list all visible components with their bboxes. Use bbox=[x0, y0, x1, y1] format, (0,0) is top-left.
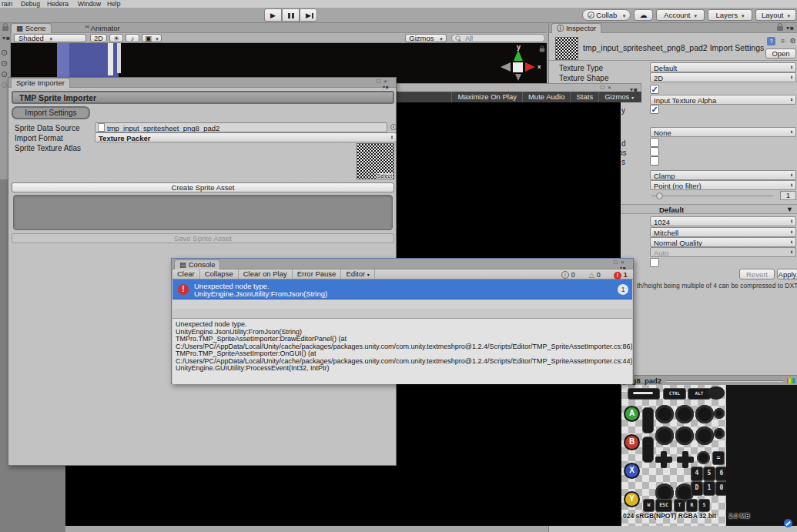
mipmap-checkbox[interactable] bbox=[650, 147, 659, 156]
sprite-data-source-field[interactable]: tmp_input_spritesheet_png8_pad2 bbox=[95, 122, 387, 132]
streaming-checkbox[interactable] bbox=[650, 156, 659, 166]
info-count: 0 bbox=[571, 271, 575, 279]
inspector-lock-icon[interactable] bbox=[777, 26, 783, 31]
eye-icon[interactable]: ⊙ bbox=[1, 69, 8, 79]
platform-download-icon[interactable]: ▼ bbox=[786, 206, 793, 213]
open-button[interactable]: Open bbox=[765, 49, 796, 59]
lighting-toggle[interactable]: ☀ bbox=[109, 34, 123, 42]
menu-item-window[interactable]: Window bbox=[78, 0, 101, 8]
help-icon[interactable]: ? bbox=[767, 37, 775, 45]
axis-neg-cone[interactable] bbox=[501, 62, 511, 72]
console-log-row[interactable] bbox=[172, 299, 632, 309]
error-count-toggle[interactable]: ! 1 bbox=[614, 270, 628, 279]
collab-dropdown[interactable]: ✓ Collab bbox=[582, 9, 631, 21]
shaded-dropdown[interactable]: Shaded bbox=[14, 34, 86, 42]
axis-y-cone[interactable] bbox=[514, 50, 523, 61]
texture-thumbnail[interactable] bbox=[555, 37, 578, 60]
revert-button[interactable]: Revert bbox=[739, 269, 775, 279]
texture-type-dropdown[interactable]: Default bbox=[650, 62, 796, 72]
tmp-sprite-importer-title: TMP Sprite Importer bbox=[19, 93, 96, 102]
format-dropdown[interactable]: Auto bbox=[650, 247, 796, 257]
gizmo-lock-icon[interactable] bbox=[540, 49, 544, 52]
import-settings-button[interactable]: Import Settings bbox=[12, 106, 90, 119]
menu-item-hedera[interactable]: Hedera bbox=[47, 0, 69, 8]
compression-dropdown[interactable]: Normal Quality bbox=[650, 237, 796, 247]
gizmo-center[interactable] bbox=[513, 62, 523, 72]
step-bar bbox=[312, 13, 313, 18]
console-log-row[interactable] bbox=[172, 309, 632, 318]
object-picker-icon[interactable] bbox=[390, 124, 397, 130]
alpha-source-dropdown[interactable]: Input Texture Alpha bbox=[650, 95, 796, 105]
sprite-importer-dock-icon[interactable]: ▾■ bbox=[383, 84, 390, 90]
menu-item[interactable]: rain bbox=[2, 0, 12, 8]
mute-audio-button[interactable]: Mute Audio bbox=[522, 92, 571, 102]
scene-search-input[interactable]: All bbox=[451, 34, 545, 42]
tab-scene[interactable]: ▦ Scene bbox=[11, 23, 52, 33]
tab-inspector[interactable]: ⓘ Inspector bbox=[551, 23, 601, 33]
wrap-mode-dropdown[interactable]: Clamp bbox=[650, 170, 796, 180]
eye-icon[interactable]: ⊙ bbox=[1, 59, 8, 69]
texture-shape-dropdown[interactable]: 2D bbox=[650, 72, 796, 82]
orientation-gizmo[interactable]: y x bbox=[494, 43, 545, 85]
info-count-toggle[interactable]: ! 0 bbox=[561, 270, 575, 279]
gear-icon[interactable]: ⚙ bbox=[789, 37, 797, 45]
lock-icon[interactable] bbox=[2, 26, 8, 31]
maximize-on-play-button[interactable]: Maximize On Play bbox=[451, 92, 522, 102]
eye-icon[interactable]: ⊙ bbox=[1, 48, 8, 58]
resize-algorithm-dropdown[interactable]: Mitchell bbox=[650, 227, 796, 237]
tab-console[interactable]: ▤ Console bbox=[174, 259, 220, 269]
tab-animator[interactable]: °° Animator bbox=[85, 24, 120, 32]
crunch-checkbox[interactable] bbox=[650, 258, 659, 267]
game-window-controls[interactable]: □ × bbox=[601, 85, 612, 91]
cloud-button[interactable]: ☁ bbox=[634, 9, 653, 21]
rail-menu-icon[interactable]: ▾■ bbox=[2, 35, 11, 42]
audio-toggle[interactable]: ♪ bbox=[126, 34, 139, 42]
warning-count-toggle[interactable]: △ 0 bbox=[589, 270, 601, 279]
eye-disabled-icon[interactable]: ⊙ bbox=[1, 80, 8, 90]
step-button[interactable]: ▶ bbox=[300, 8, 317, 22]
srgb-checkbox[interactable] bbox=[650, 85, 659, 94]
game-gizmos-dropdown[interactable]: Gizmos ▾ bbox=[598, 92, 639, 102]
pause-button[interactable] bbox=[282, 8, 300, 22]
account-dropdown[interactable]: Account bbox=[656, 9, 705, 21]
alpha-transparency-checkbox[interactable] bbox=[650, 105, 659, 114]
layout-dropdown[interactable]: Layout bbox=[755, 9, 796, 21]
preview-colorspace-icon[interactable] bbox=[787, 378, 795, 383]
error-pause-button[interactable]: Error Pause bbox=[293, 269, 342, 279]
console-detail-pane[interactable]: Unexpected node type. UnityEngine.JsonUt… bbox=[172, 318, 632, 384]
save-sprite-asset-button[interactable]: Save Sprite Asset bbox=[12, 233, 394, 243]
aniso-slider-knob[interactable] bbox=[656, 192, 663, 199]
apply-button[interactable]: Apply bbox=[777, 269, 797, 279]
filter-mode-dropdown[interactable]: Point (no filter) bbox=[650, 180, 796, 190]
layers-dropdown[interactable]: Layers bbox=[708, 9, 752, 21]
aniso-slider[interactable] bbox=[651, 196, 773, 196]
presets-icon[interactable]: ≡ bbox=[779, 37, 787, 45]
import-format-dropdown[interactable]: Texture Packer bbox=[95, 132, 397, 142]
aniso-value-field[interactable]: 1 bbox=[780, 191, 796, 200]
max-size-dropdown[interactable]: 1024 bbox=[650, 216, 796, 226]
npot-dropdown[interactable]: None bbox=[650, 127, 796, 137]
console-log-entry-selected[interactable]: ! Unexpected node type. UnityEngine.Json… bbox=[172, 279, 632, 299]
gizmos-dropdown[interactable]: Gizmos bbox=[405, 34, 447, 42]
2d-toggle[interactable]: 2D bbox=[90, 34, 107, 42]
axis-down-cone[interactable] bbox=[515, 74, 521, 81]
atlas-select-label[interactable]: Select bbox=[377, 173, 393, 179]
editor-dropdown[interactable]: Editor ▾ bbox=[341, 269, 374, 279]
play-button[interactable]: ▶ bbox=[264, 8, 282, 22]
collab-label: Collab bbox=[596, 11, 617, 19]
stats-button[interactable]: Stats bbox=[570, 92, 598, 102]
menu-item-debug[interactable]: Debug bbox=[21, 0, 40, 8]
create-sprite-asset-button[interactable]: Create Sprite Asset bbox=[12, 182, 394, 192]
clear-on-play-button[interactable]: Clear on Play bbox=[239, 269, 293, 279]
collapse-button[interactable]: Collapse bbox=[200, 269, 239, 279]
axis-x-cone[interactable] bbox=[525, 62, 535, 72]
platform-tab-default[interactable]: Default bbox=[659, 206, 684, 214]
clear-button[interactable]: Clear bbox=[172, 269, 200, 279]
effects-dropdown[interactable]: ▣ bbox=[142, 34, 162, 42]
tab-sprite-importer[interactable]: Sprite Importer bbox=[11, 78, 70, 88]
readwrite-checkbox[interactable] bbox=[650, 138, 659, 147]
menu-item-help[interactable]: Help bbox=[107, 0, 120, 8]
paint-brush-icon[interactable] bbox=[784, 519, 792, 527]
inspector-menu-icon[interactable]: ▾■ bbox=[786, 25, 795, 32]
atlas-thumbnail[interactable]: Select bbox=[357, 143, 394, 179]
